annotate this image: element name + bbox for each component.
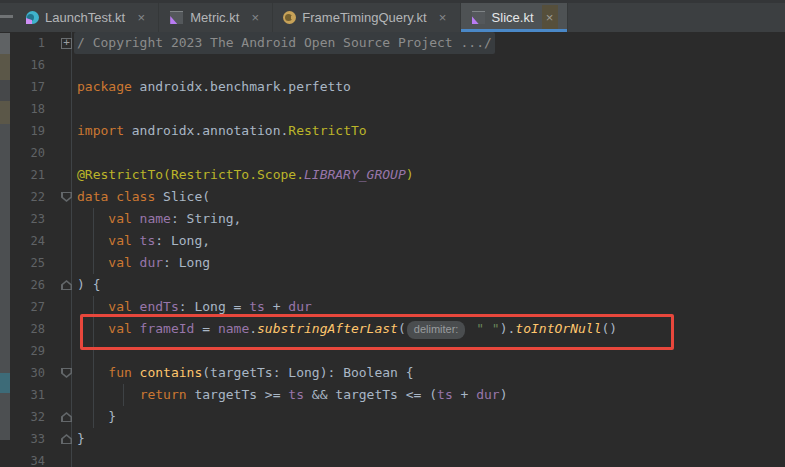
- token-prop: ts: [249, 299, 265, 314]
- kotlin-class-icon: [26, 11, 39, 24]
- line-number: 24: [10, 230, 45, 252]
- token-kw: data class: [77, 189, 155, 204]
- token-ann: @RestrictTo(RestrictTo.Scope.: [77, 167, 304, 182]
- code-text: }: [77, 428, 85, 450]
- splitter-handle[interactable]: [0, 15, 13, 18]
- token-prop: endTs: [132, 299, 179, 314]
- indent-guide: [93, 208, 94, 274]
- token-def: androidx.benchmark.perfetto: [132, 79, 351, 94]
- line-number: 22: [10, 186, 45, 208]
- line-number: 26: [10, 274, 45, 296]
- kotlin-gold-class-icon: [283, 11, 296, 24]
- token-def: ): [500, 387, 508, 402]
- code-text: val ts: Long,: [77, 230, 210, 252]
- token-kw: import: [77, 123, 124, 138]
- code-line[interactable]: 1+/ Copyright 2023 The Android Open Sour…: [0, 32, 785, 54]
- line-number: 18: [10, 98, 45, 120]
- token-def: : Long,: [155, 233, 210, 248]
- token-def: }: [77, 409, 116, 424]
- line-number: 19: [10, 120, 45, 142]
- fold-marker-icon[interactable]: [61, 412, 72, 422]
- code-line[interactable]: 31 return targetTs >= ts && targetTs <= …: [0, 384, 785, 406]
- code-line[interactable]: 22data class Slice(: [0, 186, 785, 208]
- line-number: 23: [10, 208, 45, 230]
- token-def: androidx.annotation.: [124, 123, 288, 138]
- token-def: }: [77, 431, 85, 446]
- fold-marker-icon[interactable]: [61, 280, 72, 290]
- kotlin-file-icon: [170, 11, 183, 24]
- line-number: 16: [10, 54, 45, 76]
- code-text: return targetTs >= ts && targetTs <= (ts…: [77, 384, 508, 406]
- code-line[interactable]: 32 }: [0, 406, 785, 428]
- code-text: val name: String,: [77, 208, 241, 230]
- code-line[interactable]: 24 val ts: Long,: [0, 230, 785, 252]
- line-number: 30: [10, 362, 45, 384]
- line-number: 1: [10, 32, 45, 54]
- token-ann: RestrictTo: [288, 123, 366, 138]
- code-line[interactable]: 19import androidx.annotation.RestrictTo: [0, 120, 785, 142]
- code-text: / Copyright 2023 The Android Open Source…: [77, 32, 495, 54]
- tab-label: Slice.kt: [492, 10, 534, 25]
- fold-marker-icon[interactable]: [61, 434, 72, 444]
- token-def: +: [453, 387, 476, 402]
- token-kw: fun: [108, 365, 131, 380]
- code-text: fun contains(targetTs: Long): Boolean {: [77, 362, 414, 384]
- token-cmt: / Copyright 2023 The Android Open Source…: [77, 35, 492, 50]
- token-kw: package: [77, 79, 132, 94]
- tab-close-icon[interactable]: ×: [542, 5, 558, 31]
- annotation-highlight-box: [80, 314, 674, 350]
- token-prop: ts: [132, 233, 155, 248]
- code-line[interactable]: 18: [0, 98, 785, 120]
- token-def: +: [265, 299, 288, 314]
- code-line[interactable]: 26) {: [0, 274, 785, 296]
- line-number: 17: [10, 76, 45, 98]
- line-number: 27: [10, 296, 45, 318]
- line-number: 31: [10, 384, 45, 406]
- code-line[interactable]: 16: [0, 54, 785, 76]
- token-def: : String,: [171, 211, 241, 226]
- line-number: 29: [10, 340, 45, 362]
- token-kw: val: [108, 299, 131, 314]
- fold-marker-icon[interactable]: [61, 368, 72, 378]
- line-number: 32: [10, 406, 45, 428]
- tab-metric-kt[interactable]: Metric.kt×: [159, 3, 273, 32]
- tab-close-icon[interactable]: ×: [435, 7, 451, 29]
- token-const: LIBRARY_GROUP: [304, 167, 406, 182]
- token-prop: dur: [476, 387, 499, 402]
- code-line[interactable]: 23 val name: String,: [0, 208, 785, 230]
- code-line[interactable]: 25 val dur: Long: [0, 252, 785, 274]
- fold-marker-icon[interactable]: [61, 192, 72, 202]
- token-kw: return: [140, 387, 187, 402]
- line-number: 34: [10, 450, 45, 467]
- code-text: package androidx.benchmark.perfetto: [77, 76, 351, 98]
- tab-close-icon[interactable]: ×: [247, 7, 263, 29]
- code-line[interactable]: 21@RestrictTo(RestrictTo.Scope.LIBRARY_G…: [0, 164, 785, 186]
- token-def: targetTs >=: [187, 387, 289, 402]
- line-number: 33: [10, 428, 45, 450]
- editor-tab-bar: LaunchTest.kt×Metric.kt×FrameTimingQuery…: [0, 0, 785, 32]
- tab-close-icon[interactable]: ×: [133, 7, 149, 29]
- token-kw: val: [108, 233, 131, 248]
- tab-label: FrameTimingQuery.kt: [302, 10, 426, 25]
- tab-slice-kt[interactable]: Slice.kt×: [461, 3, 568, 32]
- code-line[interactable]: 17package androidx.benchmark.perfetto: [0, 76, 785, 98]
- token-prop: dur: [288, 299, 311, 314]
- code-text: data class Slice(: [77, 186, 210, 208]
- code-editor[interactable]: 1+/ Copyright 2023 The Android Open Sour…: [0, 32, 785, 467]
- fold-marker-icon[interactable]: +: [61, 38, 72, 49]
- token-def: [77, 387, 140, 402]
- folded-region[interactable]: / Copyright 2023 The Android Open Source…: [74, 32, 495, 54]
- code-text: }: [77, 406, 116, 428]
- line-number: 25: [10, 252, 45, 274]
- code-line[interactable]: 30 fun contains(targetTs: Long): Boolean…: [0, 362, 785, 384]
- code-text: val dur: Long: [77, 252, 210, 274]
- tab-frametimingquery-kt[interactable]: FrameTimingQuery.kt×: [273, 3, 460, 32]
- token-kw: val: [108, 255, 131, 270]
- code-line[interactable]: 20: [0, 142, 785, 164]
- line-number: 21: [10, 164, 45, 186]
- code-line[interactable]: 33}: [0, 428, 785, 450]
- code-text: ) {: [77, 274, 100, 296]
- code-line[interactable]: 34: [0, 450, 785, 467]
- token-kw: val: [108, 211, 131, 226]
- tab-launchtest-kt[interactable]: LaunchTest.kt×: [16, 3, 159, 32]
